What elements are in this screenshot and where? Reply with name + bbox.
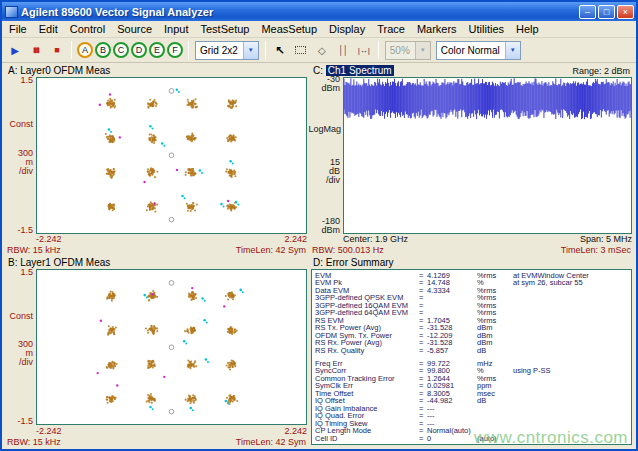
error-summary-row: Common Tracking Error=1.2644%rms — [315, 375, 628, 383]
rbw-readout: RBW: 500.013 Hz — [312, 245, 384, 255]
y-min-label: -1.5 — [17, 416, 33, 426]
range-readout: Range: 2 dBm — [572, 66, 630, 76]
y-scale-per-div: 300 m /div — [18, 340, 33, 367]
grid-layout-value: Grid 2x2 — [200, 45, 238, 56]
color-scheme-select[interactable]: Color Normal ▼ — [436, 41, 521, 60]
x-max-label: 2.242 — [284, 426, 307, 436]
chevron-down-icon[interactable]: ▼ — [243, 42, 258, 59]
stop-button[interactable]: ■ — [47, 41, 67, 60]
error-summary-row: 3GPP-defined 64QAM EVM=%rms — [315, 309, 628, 317]
error-summary-box: EVM=4.1269%rmsat EVMWindow CenterEVM Pk=… — [311, 269, 632, 446]
spectrum-plot[interactable] — [343, 77, 632, 234]
error-summary-row: SymClk Err=0.02981ppm — [315, 382, 628, 390]
window-title: Agilent 89600 Vector Signal Analyzer — [21, 6, 579, 18]
measurement-grid: A: Layer0 OFDM Meas 1.5 Const 300 m /div… — [2, 63, 636, 449]
panel-b-y-axis: 1.5 Const 300 m /div -1.5 — [6, 269, 36, 426]
maximize-button[interactable]: □ — [598, 5, 615, 19]
panel-d: D: Error Summary EVM=4.1269%rmsat EVMWin… — [309, 256, 634, 448]
trace-select-button-b[interactable]: B — [95, 42, 111, 58]
menu-bar: FileEditControlSourceInputTestSetupMeasS… — [2, 21, 636, 38]
constellation-plot-b[interactable] — [36, 269, 307, 426]
error-summary-row: Cell ID=0(auto) — [315, 435, 628, 443]
error-summary-row: EVM Pk=14.748%at sym 26, subcar 55 — [315, 279, 628, 287]
zoom-value: 50% — [390, 45, 410, 56]
x-min-label: -2.242 — [36, 426, 62, 436]
window-controls: – □ × — [579, 5, 634, 19]
y-min-label: -180dBm — [321, 217, 340, 235]
y-scale-per-div: 15 dB /div — [326, 158, 340, 185]
app-window: Agilent 89600 Vector Signal Analyzer – □… — [0, 0, 638, 451]
center-freq-readout: Center: 1.9 GHz — [343, 234, 408, 244]
trace-select-button-f[interactable]: F — [167, 42, 183, 58]
menu-item-display[interactable]: Display — [323, 22, 371, 36]
panel-a-x-axis: -2.242 2.242 — [6, 234, 307, 245]
menu-item-file[interactable]: File — [3, 22, 33, 36]
timelen-readout: TimeLen: 42 Sym — [236, 437, 306, 447]
panel-b-x-axis: -2.242 2.242 — [6, 425, 307, 436]
trace-select-button-a[interactable]: A — [77, 42, 93, 58]
restart-button[interactable]: ▶ — [5, 41, 25, 60]
constellation-plot-a[interactable] — [36, 77, 307, 234]
rbw-readout: RBW: 15 kHz — [7, 437, 61, 447]
toolbar-separator — [265, 41, 266, 59]
zoom-box-tool-icon[interactable] — [291, 41, 311, 60]
menu-item-utilities[interactable]: Utilities — [463, 22, 510, 36]
panel-b-footer: RBW: 15 kHz TimeLen: 42 Sym — [6, 436, 307, 447]
menu-item-source[interactable]: Source — [111, 22, 158, 36]
color-scheme-value: Color Normal — [441, 45, 500, 56]
chevron-down-icon[interactable]: ▼ — [505, 42, 520, 59]
x-min-label: -2.242 — [36, 234, 62, 244]
zoom-select: 50% ▼ — [385, 41, 431, 60]
trace-select-button-e[interactable]: E — [149, 42, 165, 58]
span-markers-tool-icon[interactable]: |↔| — [354, 41, 374, 60]
panel-a-y-axis: 1.5 Const 300 m /div -1.5 — [6, 77, 36, 234]
constellation-trace-a — [37, 78, 306, 233]
measurement-buttons: ABCDEF — [76, 42, 184, 58]
error-summary-row: RS Rx. Quality=-5.857dB — [315, 347, 628, 355]
marker-tool-icon[interactable]: ◇ — [312, 41, 332, 60]
menu-item-markers[interactable]: Markers — [411, 22, 463, 36]
menu-item-help[interactable]: Help — [510, 22, 545, 36]
grid-layout-select[interactable]: Grid 2x2 ▼ — [195, 41, 259, 60]
panel-a-footer: RBW: 15 kHz TimeLen: 42 Sym — [6, 245, 307, 256]
pause-button[interactable]: ▮▮ — [26, 41, 46, 60]
toolbar: ▶ ▮▮ ■ ABCDEF Grid 2x2 ▼ ↖ ◇ ││ |↔| 50% … — [2, 38, 636, 63]
chevron-down-icon: ▼ — [415, 42, 430, 59]
timelen-readout: TimeLen: 3 mSec — [561, 245, 631, 255]
menu-item-control[interactable]: Control — [64, 22, 111, 36]
span-readout: Span: 5 MHz — [580, 234, 632, 244]
panel-c: C: Ch1 Spectrum Range: 2 dBm -30dBm LogM… — [309, 64, 634, 256]
y-max-label: -30dBm — [321, 75, 340, 93]
title-bar: Agilent 89600 Vector Signal Analyzer – □… — [2, 2, 636, 21]
error-summary-row: Freq Err=99.722mHz — [315, 360, 628, 368]
constellation-trace-b — [37, 270, 306, 425]
menu-item-testsetup[interactable]: TestSetup — [195, 22, 256, 36]
menu-item-input[interactable]: Input — [158, 22, 194, 36]
toolbar-separator — [378, 41, 379, 59]
y-scale-per-div: 300 m /div — [18, 149, 33, 176]
trace-select-button-c[interactable]: C — [113, 42, 129, 58]
panel-b: B: Layer1 OFDM Meas 1.5 Const 300 m /div… — [4, 256, 309, 448]
y-axis-title: Const — [9, 119, 33, 129]
rbw-readout: RBW: 15 kHz — [7, 245, 61, 255]
pointer-tool-icon[interactable]: ↖ — [270, 41, 290, 60]
panel-d-title[interactable]: D: Error Summary — [313, 257, 394, 268]
scale-type-label: LogMag — [308, 124, 341, 134]
x-max-label: 2.242 — [284, 234, 307, 244]
y-max-label: 1.5 — [20, 267, 33, 277]
panel-c-footer: RBW: 500.013 Hz TimeLen: 3 mSec — [311, 245, 632, 256]
app-icon[interactable] — [5, 6, 18, 18]
error-summary-row: CP Length Mode=Normal(auto) — [315, 427, 628, 435]
panel-c-y-axis: -30dBm LogMag 15 dB /div -180dBm — [311, 77, 343, 234]
menu-item-edit[interactable]: Edit — [33, 22, 64, 36]
y-max-label: 1.5 — [20, 75, 33, 85]
close-button[interactable]: × — [617, 5, 634, 19]
menu-item-meassetup[interactable]: MeasSetup — [255, 22, 323, 36]
panel-a: A: Layer0 OFDM Meas 1.5 Const 300 m /div… — [4, 64, 309, 256]
menu-item-trace[interactable]: Trace — [371, 22, 411, 36]
timelen-readout: TimeLen: 42 Sym — [236, 245, 306, 255]
band-markers-tool-icon[interactable]: ││ — [333, 41, 353, 60]
panel-c-x-axis: Center: 1.9 GHz Span: 5 MHz — [311, 234, 632, 245]
trace-select-button-d[interactable]: D — [131, 42, 147, 58]
minimize-button[interactable]: – — [579, 5, 596, 19]
